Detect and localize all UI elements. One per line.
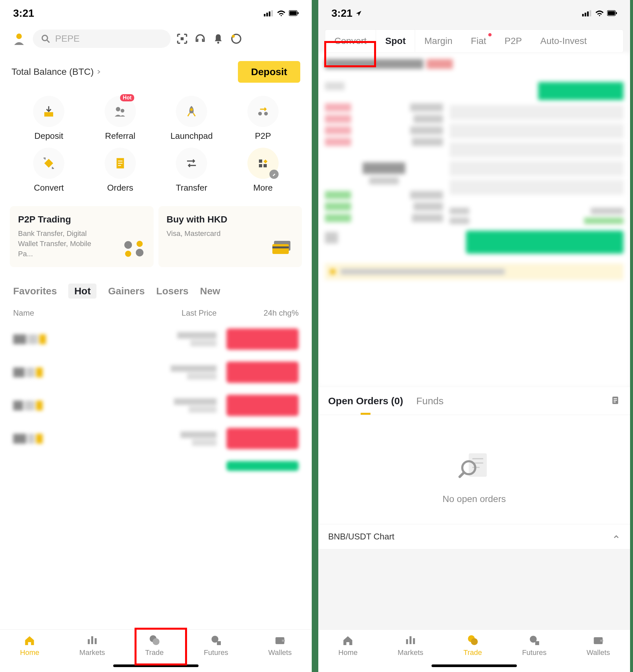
nav-wallets[interactable]: Wallets xyxy=(587,633,610,657)
svg-point-8 xyxy=(42,35,48,41)
auto-invest-tab[interactable]: Auto-Invest xyxy=(531,30,596,52)
search-icon xyxy=(41,34,50,43)
launchpad-action[interactable]: Launchpad xyxy=(159,96,224,141)
wifi-icon xyxy=(276,9,286,17)
referral-icon: Hot xyxy=(105,96,136,127)
trade-screen: 3:21 Convert Spot Margin Fiat P2P Auto-I… xyxy=(318,0,630,672)
svg-rect-2 xyxy=(269,11,271,17)
referral-action[interactable]: Hot Referral xyxy=(88,96,153,141)
svg-rect-61 xyxy=(409,636,412,644)
trade-icon xyxy=(148,633,161,647)
p2p-card[interactable]: P2P Trading Bank Transfer, Digital Walle… xyxy=(10,206,154,267)
deposit-icon xyxy=(33,96,64,127)
nav-futures[interactable]: Futures xyxy=(522,633,547,657)
svg-point-17 xyxy=(190,108,193,111)
coin-icon[interactable] xyxy=(230,32,243,45)
svg-rect-43 xyxy=(582,14,584,17)
svg-point-30 xyxy=(125,251,131,257)
svg-rect-60 xyxy=(406,639,408,644)
status-bar: 3:21 xyxy=(0,0,312,26)
futures-icon xyxy=(209,633,222,647)
wallet-icon xyxy=(592,633,605,647)
status-icons xyxy=(582,9,617,17)
home-indicator xyxy=(113,665,198,667)
margin-tab[interactable]: Margin xyxy=(415,30,462,52)
fiat-tab[interactable]: Fiat xyxy=(462,30,495,52)
svg-line-59 xyxy=(460,473,464,477)
hot-badge: Hot xyxy=(120,94,134,101)
svg-rect-45 xyxy=(587,11,589,17)
svg-rect-24 xyxy=(259,160,262,163)
status-bar: 3:21 xyxy=(318,0,630,26)
wallet-icon xyxy=(273,633,286,647)
bell-icon[interactable] xyxy=(212,32,225,45)
nav-markets[interactable]: Markets xyxy=(79,633,105,657)
nav-markets[interactable]: Markets xyxy=(398,633,423,657)
svg-point-18 xyxy=(258,112,262,116)
svg-rect-6 xyxy=(298,12,299,14)
signal-icon xyxy=(264,9,274,17)
svg-rect-0 xyxy=(264,14,265,17)
market-row[interactable] xyxy=(0,455,312,477)
svg-point-38 xyxy=(153,638,160,645)
nav-home[interactable]: Home xyxy=(338,633,358,657)
svg-rect-49 xyxy=(616,12,617,14)
scan-icon[interactable] xyxy=(175,32,189,45)
buy-card[interactable]: Buy with HKD Visa, Mastercard xyxy=(159,206,302,267)
nav-home[interactable]: Home xyxy=(20,633,39,657)
trade-content-blurred xyxy=(318,52,630,387)
nav-wallets[interactable]: Wallets xyxy=(268,633,292,657)
orders-icon xyxy=(105,148,136,179)
market-row[interactable] xyxy=(0,389,312,422)
balance-label[interactable]: Total Balance (BTC) xyxy=(11,67,100,77)
hot-tab[interactable]: Hot xyxy=(68,284,96,298)
convert-tab[interactable]: Convert xyxy=(325,30,376,52)
more-action[interactable]: More xyxy=(231,148,296,193)
status-time: 3:21 xyxy=(13,7,34,19)
avatar-button[interactable] xyxy=(10,30,28,48)
market-row[interactable] xyxy=(0,322,312,356)
favorites-tab[interactable]: Favorites xyxy=(13,284,57,298)
nav-futures[interactable]: Futures xyxy=(204,633,228,657)
open-orders-tab[interactable]: Open Orders (0) xyxy=(328,395,403,407)
svg-line-9 xyxy=(47,40,50,43)
p2p-action[interactable]: P2P xyxy=(231,96,296,141)
more-icon xyxy=(248,148,279,179)
losers-tab[interactable]: Losers xyxy=(156,284,188,298)
futures-icon xyxy=(528,633,541,647)
status-icons xyxy=(264,9,299,17)
trade-icon xyxy=(466,633,479,647)
svg-point-16 xyxy=(120,109,124,113)
deposit-action[interactable]: Deposit xyxy=(17,96,81,141)
market-row[interactable] xyxy=(0,422,312,455)
orders-action[interactable]: Orders xyxy=(88,148,153,193)
svg-rect-68 xyxy=(600,640,603,642)
new-tab[interactable]: New xyxy=(200,284,220,298)
market-row[interactable] xyxy=(0,356,312,389)
chart-toggle[interactable]: BNB/USDT Chart xyxy=(318,524,630,549)
p2p-tab[interactable]: P2P xyxy=(495,30,531,52)
rocket-icon xyxy=(176,96,207,127)
search-bar[interactable]: PEPE xyxy=(33,29,171,48)
nav-trade[interactable]: Trade xyxy=(145,633,164,657)
deposit-button[interactable]: Deposit xyxy=(238,61,300,83)
svg-rect-48 xyxy=(608,11,615,15)
convert-icon xyxy=(33,148,64,179)
p2p-card-icon xyxy=(122,239,145,259)
card-icon xyxy=(271,239,294,259)
nav-trade[interactable]: Trade xyxy=(463,633,482,657)
svg-rect-26 xyxy=(263,164,267,167)
transfer-action[interactable]: Transfer xyxy=(159,148,224,193)
spot-tab[interactable]: Spot xyxy=(376,30,415,52)
trade-tabs: Convert Spot Margin Fiat P2P Auto-Invest xyxy=(325,29,624,52)
gainers-tab[interactable]: Gainers xyxy=(108,284,145,298)
svg-rect-62 xyxy=(413,638,415,644)
funds-tab[interactable]: Funds xyxy=(416,395,443,407)
support-icon[interactable] xyxy=(194,32,207,45)
convert-action[interactable]: Convert xyxy=(17,148,81,193)
svg-point-13 xyxy=(232,35,235,38)
document-icon[interactable] xyxy=(610,395,620,407)
signal-icon xyxy=(582,9,592,17)
empty-icon xyxy=(456,448,492,484)
home-icon xyxy=(341,633,354,647)
